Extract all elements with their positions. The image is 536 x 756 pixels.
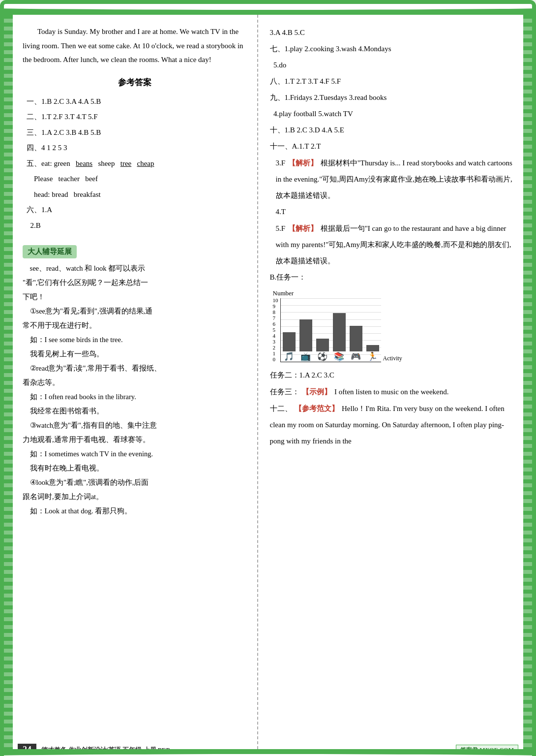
- r-jiexian-5: 【解析】: [288, 224, 318, 232]
- r-shi1-5: 5.F: [276, 224, 286, 232]
- r-shi1-3-block: 3.F 【解析】 根据材料中"Thursday is... I read sto…: [276, 155, 513, 204]
- r-jiu2: 4.play football 5.watch TV: [270, 106, 513, 122]
- left-decoration: [4, 15, 13, 749]
- answer-si: 四、4 1 2 5 3: [27, 140, 247, 156]
- wu-breakfast: breakfast: [74, 190, 101, 198]
- page-wrapper: Today is Sunday. My brother and I are at…: [0, 0, 536, 756]
- answer-wu-row3: head: bread breakfast: [27, 187, 247, 203]
- bar-3: ⚽: [316, 339, 329, 362]
- answer-liu2: 2.B: [27, 218, 247, 234]
- ext-line-16: ④look意为"看;瞧",强调看的动作,后面: [23, 475, 247, 490]
- wu-please: Please: [34, 175, 53, 183]
- chart-y-label: Number: [273, 289, 513, 297]
- r-renwu2: 任务二：1.A 2.C 3.C: [270, 367, 513, 383]
- r-renwu3-jiexian: 【示例】: [302, 387, 331, 396]
- r-jiexian-3: 【解析】: [288, 158, 318, 167]
- r-shi: 十、1.B 2.C 3.D 4.A 5.E: [270, 122, 513, 138]
- ext-line-1: see、read、watch 和 look 都可以表示: [23, 261, 247, 276]
- ext-line-14: 如：I sometimes watch TV in the evening.: [23, 447, 247, 461]
- answer-yi: 一、1.B 2.C 3.A 4.A 5.B: [27, 94, 247, 110]
- answer-liu: 六、1.A: [27, 202, 247, 218]
- bars-group: 🎵 📺 ⚽ 📚: [283, 313, 379, 362]
- answer-san: 三、1.A 2.C 3.B 4.B 5.B: [27, 125, 247, 141]
- r-shi1-b: B.任务一：: [270, 269, 513, 285]
- extension-content: see、read、watch 和 look 都可以表示 "看",它们有什么区别呢…: [23, 261, 247, 518]
- r-line1: 3.A 4.B 5.C: [270, 25, 513, 41]
- ext-line-7: 我看见树上有一些鸟。: [23, 347, 247, 361]
- ext-line-13: 力地观看,通常用于看电视、看球赛等。: [23, 433, 247, 447]
- wu-bread: bread: [52, 190, 68, 198]
- ext-line-12: ③watch意为"看",指有目的地、集中注意: [23, 418, 247, 433]
- wu-green: green: [54, 159, 70, 167]
- wavy-top-border: [4, 4, 532, 15]
- bar-chart-container: Number 0 1 2 3 4 5 6 7 8 9 10: [273, 289, 513, 362]
- content-area: Today is Sunday. My brother and I are at…: [4, 15, 532, 749]
- ext-line-2: "看",它们有什么区别呢？一起来总结一: [23, 276, 247, 290]
- bar-1: 🎵: [283, 332, 296, 362]
- r-jiu: 九、1.Fridays 2.Tuesdays 3.read books: [270, 90, 513, 106]
- r-shi1-label: 十一、A.1.T 2.T: [270, 138, 513, 155]
- right-panel: 3.A 4.B 5.C 七、1.play 2.cooking 3.wash 4.…: [258, 15, 518, 749]
- ext-line-9: 看杂志等。: [23, 376, 247, 390]
- extension-title: 大人辅导延展: [23, 245, 77, 258]
- ext-line-11: 我经常在图书馆看书。: [23, 404, 247, 418]
- ext-line-10: 如：I often read books in the library.: [23, 390, 247, 404]
- ext-line-4: ①see意为"看见;看到",强调看的结果,通: [23, 304, 247, 318]
- r-renwu3: 任务三： 【示例】 I often listen to music on the…: [270, 383, 513, 400]
- ext-line-18: 如：Look at that dog. 看那只狗。: [23, 504, 247, 518]
- wu-beans: beans: [76, 159, 92, 167]
- r-renwu3-text: I often listen to music on the weekend.: [334, 388, 448, 396]
- ext-line-6: 如：I see some birds in the tree.: [23, 333, 247, 347]
- r-shi2-label: 十二、: [270, 405, 292, 412]
- bar-2: 📺: [299, 319, 312, 362]
- answer-wu: 五、eat: green beans sheep tree cheap: [27, 156, 247, 172]
- bar-4: 📚: [333, 313, 346, 362]
- wavy-bottom-border: [4, 749, 532, 756]
- right-decoration: [523, 15, 532, 749]
- r-ba: 八、1.T 2.T 3.T 4.F 5.F: [270, 73, 513, 90]
- bar-5: 🎮: [350, 326, 362, 362]
- r-qi2: 5.do: [270, 57, 513, 73]
- ext-line-3: 下吧！: [23, 290, 247, 304]
- answer-er: 二、1.T 2.F 3.T 4.T 5.F: [27, 109, 247, 125]
- ext-line-5: 常不用于现在进行时。: [23, 318, 247, 333]
- r-shi1-4: 4.T: [276, 204, 513, 220]
- wu-cheap: cheap: [137, 159, 154, 167]
- wu-sheep: sheep: [98, 159, 115, 167]
- y-axis: 0 1 2 3 4 5 6 7 8 9 10: [273, 298, 278, 362]
- wu-tree: tree: [120, 159, 131, 167]
- left-panel: Today is Sunday. My brother and I are at…: [18, 15, 258, 749]
- chart-x-label: Activity: [383, 355, 402, 362]
- wu-beef: beef: [85, 175, 98, 183]
- r-shi1-3: 3.F: [276, 159, 286, 167]
- wu-label: 五、eat:: [27, 159, 54, 167]
- r-renwu3-label: 任务三：: [270, 388, 299, 396]
- chart-bars-area: 🎵 📺 ⚽ 📚: [280, 298, 381, 362]
- wu-teacher: teacher: [59, 175, 80, 183]
- ext-line-15: 我有时在晚上看电视。: [23, 461, 247, 475]
- answer-title: 参考答案: [23, 77, 247, 88]
- r-qi: 七、1.play 2.cooking 3.wash 4.Mondays: [270, 41, 513, 57]
- r-shi2-block: 十二、 【参考范文】 Hello！I'm Rita. I'm very busy…: [270, 400, 513, 449]
- r-shi2-jiexian: 【参考范文】: [295, 404, 339, 412]
- ext-line-17: 跟名词时,要加上介词at。: [23, 490, 247, 504]
- passage-text: Today is Sunday. My brother and I are at…: [23, 25, 247, 67]
- answer-wu-row2: Please teacher beef: [27, 171, 247, 187]
- r-shi1-5-block: 5.F 【解析】 根据最后一句"I can go to the restaura…: [276, 220, 513, 269]
- ext-line-8: ②read意为"看;读",常用于看书、看报纸、: [23, 361, 247, 376]
- bar-6: 🏃: [366, 345, 379, 362]
